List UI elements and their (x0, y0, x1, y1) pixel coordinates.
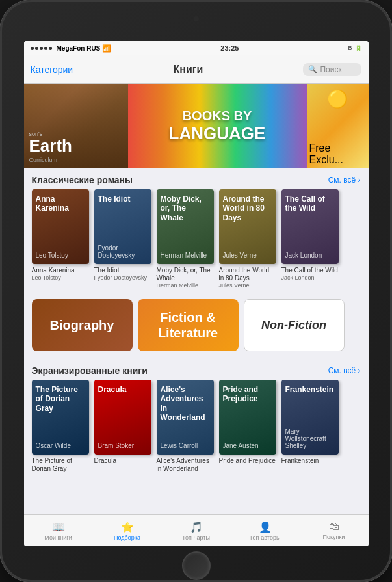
book-icon: 📖 (52, 521, 65, 533)
section1-title: Классические романы (32, 175, 133, 185)
banner-yellow[interactable]: 🟡 Free Exclu... (307, 84, 369, 168)
list-item[interactable]: Dracula Bram Stoker Dracula (94, 380, 151, 473)
book-info-title: Around the World in 80 Days (219, 267, 276, 282)
banner-earth-title: Earth (29, 137, 123, 154)
book-title: The Idiot (98, 194, 148, 204)
book-info-title: The Call of the Wild (281, 267, 339, 274)
book-info-author: Fyodor Dostoyevsky (94, 274, 151, 281)
banner-earth[interactable]: son's Earth Curriculum (24, 84, 128, 168)
book-cover: Dracula Bram Stoker (94, 380, 151, 455)
book-info-title: Frankenstein (281, 457, 339, 465)
tab-my-books[interactable]: 📖 Мои книги (24, 521, 93, 541)
tab-top-authors[interactable]: 👤 Топ-авторы (231, 521, 300, 541)
nav-back-button[interactable]: Категории (31, 64, 73, 75)
section1-link[interactable]: См. всё › (328, 176, 361, 185)
book-title: The Call of the Wild (285, 194, 335, 213)
list-item[interactable]: The Picture of Dorian Gray Oscar Wilde T… (32, 380, 89, 473)
person-icon: 👤 (259, 521, 272, 533)
book-info-title: Alice's Adventures in Wonderland (157, 457, 214, 473)
carrier-label: MegaFon RUS (57, 45, 101, 52)
book-author: Jack London (285, 252, 335, 259)
tab-top-charts[interactable]: 🎵 Топ-чарты (162, 521, 231, 541)
signal-dot-3 (40, 47, 43, 50)
tab-label: Покупки (323, 534, 345, 540)
device-screen: MegaFon RUS 📶 23:25 B 🔋 Категории Книги … (24, 41, 369, 546)
list-item[interactable]: Anna Karenina Leo Tolstoy Anna Karenina … (32, 189, 89, 289)
book-title: Frankenstein (285, 385, 335, 394)
book-info: Dracula (94, 457, 151, 465)
tab-label: Топ-чарты (182, 535, 210, 541)
book-info-title: Pride and Prejudice (219, 457, 276, 465)
book-info-title: The Idiot (94, 267, 151, 274)
book-cover: The Call of the Wild Jack London (281, 189, 339, 264)
tab-purchases[interactable]: 🛍 Покупки (300, 521, 369, 540)
book-cover: Around the World in 80 Days Jules Verne (219, 189, 276, 264)
section2-header: Экранизированные книги См. всё › (24, 359, 369, 380)
bag-icon: 🛍 (329, 521, 339, 533)
signal-dot-2 (35, 47, 38, 50)
book-title: Dracula (98, 385, 148, 394)
book-info: The Picture of Dorian Gray (32, 457, 89, 473)
book-cover: Frankenstein Mary Wollstonecraft Shelley (281, 380, 339, 455)
list-item[interactable]: Around the World in 80 Days Jules Verne … (219, 189, 276, 289)
book-title: The Picture of Dorian Gray (36, 385, 85, 413)
signal-dot-4 (44, 47, 47, 50)
section2-title: Экранизированные книги (32, 365, 148, 376)
section1-header: Классические романы См. всё › (24, 168, 369, 189)
category-biography[interactable]: Biography (32, 299, 133, 351)
list-item[interactable]: Pride and Prejudice Jane Austen Pride an… (219, 380, 276, 473)
status-time: 23:25 (220, 44, 239, 52)
book-info: Moby Dick, or, The Whale Herman Melville (157, 267, 214, 289)
book-info-author: Herman Melville (157, 282, 214, 289)
book-author: Herman Melville (161, 252, 210, 259)
list-item[interactable]: The Idiot Fyodor Dostoyevsky The Idiot F… (94, 189, 151, 289)
status-left: MegaFon RUS 📶 (31, 44, 112, 53)
book-cover: Anna Karenina Leo Tolstoy (32, 189, 89, 264)
book-cover: Moby Dick, or, The Whale Herman Melville (157, 189, 214, 264)
book-author: Bram Stoker (98, 442, 148, 449)
category-label: Non-Fiction (261, 319, 326, 332)
book-info-author: Leo Tolstoy (32, 274, 89, 281)
battery-icon: 🔋 (355, 45, 362, 51)
tab-label: Мои книги (44, 535, 72, 541)
category-nonfiction[interactable]: Non-Fiction (244, 299, 345, 351)
list-item[interactable]: Alice's Adventures in Wonderland Lewis C… (157, 380, 214, 473)
tab-bar: 📖 Мои книги ⭐ Подборка 🎵 Топ-чарты 👤 Топ… (24, 514, 369, 546)
book-title: Anna Karenina (36, 194, 85, 213)
wifi-icon: 📶 (102, 44, 111, 53)
banner-language-text: BOOKS BY LANGUAGE (169, 109, 266, 144)
book-cover: Alice's Adventures in Wonderland Lewis C… (157, 380, 214, 455)
book-title: Around the World in 80 Days (223, 194, 272, 222)
book-info-title: Dracula (94, 457, 151, 465)
section2-link[interactable]: См. всё › (328, 366, 361, 375)
banner-earth-sub: Curriculum (29, 157, 123, 163)
nav-bar: Категории Книги 🔍 Поиск (24, 55, 369, 84)
home-button[interactable] (182, 551, 211, 580)
banner-language[interactable]: BOOKS BY LANGUAGE (128, 84, 307, 168)
book-author: Lewis Carroll (161, 442, 210, 449)
device: MegaFon RUS 📶 23:25 B 🔋 Категории Книги … (0, 0, 392, 582)
category-fiction[interactable]: Fiction &Literature (138, 299, 239, 351)
tab-featured[interactable]: ⭐ Подборка (93, 521, 162, 541)
front-camera (194, 16, 199, 21)
book-cover: The Idiot Fyodor Dostoyevsky (94, 189, 151, 264)
book-author: Oscar Wilde (36, 442, 85, 449)
list-item[interactable]: Moby Dick, or, The Whale Herman Melville… (157, 189, 214, 289)
book-info-title: Anna Karenina (32, 267, 89, 274)
status-bar: MegaFon RUS 📶 23:25 B 🔋 (24, 41, 369, 55)
book-info: The Idiot Fyodor Dostoyevsky (94, 267, 151, 281)
book-title: Moby Dick, or, The Whale (161, 194, 210, 222)
list-item[interactable]: The Call of the Wild Jack London The Cal… (281, 189, 339, 289)
signal-dot-5 (49, 47, 52, 50)
book-info: Around the World in 80 Days Jules Verne (219, 267, 276, 289)
book-author: Jules Verne (223, 252, 272, 259)
main-content: son's Earth Curriculum BOOKS BY LANGUAGE (24, 84, 369, 514)
categories-row: Biography Fiction &Literature Non-Fictio… (24, 297, 369, 359)
book-cover: Pride and Prejudice Jane Austen (219, 380, 276, 455)
book-info: The Call of the Wild Jack London (281, 267, 339, 281)
list-item[interactable]: Frankenstein Mary Wollstonecraft Shelley… (281, 380, 339, 473)
search-icon: 🔍 (308, 65, 317, 73)
banner-language-bg: BOOKS BY LANGUAGE (128, 84, 307, 168)
search-box[interactable]: 🔍 Поиск (303, 63, 361, 76)
book-author: Fyodor Dostoyevsky (98, 245, 148, 259)
